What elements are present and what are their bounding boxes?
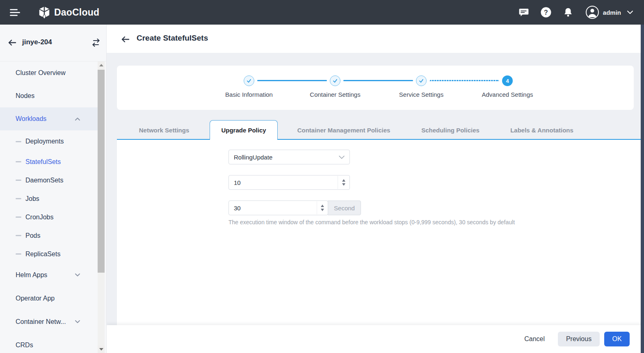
sidebar-item-jobs[interactable]: Jobs — [0, 189, 98, 208]
revision-history-limit-field — [228, 175, 350, 190]
sidebar-menu: Cluster Overview Nodes Workloads Deploym… — [0, 61, 98, 353]
number-stepper[interactable] — [338, 176, 349, 189]
footer-actions: Cancel Previous OK — [107, 325, 644, 353]
step-3-label: Service Settings — [399, 91, 443, 98]
sidebar-item-operator-app[interactable]: Operator App — [0, 287, 98, 310]
tab-scheduling-policies[interactable]: Scheduling Policies — [421, 120, 480, 140]
ok-button[interactable]: OK — [604, 332, 630, 346]
dash-icon — [16, 141, 21, 142]
graceful-time-window-field — [228, 200, 328, 215]
stepper-up-icon[interactable] — [342, 179, 345, 182]
switch-cluster-icon[interactable] — [91, 38, 101, 49]
sidebar: jinye-204 Cluster Overview Nodes Workloa… — [0, 25, 107, 353]
sidebar-item-pods[interactable]: Pods — [0, 226, 98, 245]
sidebar-item-replicasets[interactable]: ReplicaSets — [0, 245, 98, 263]
scrollbar-thumb[interactable] — [98, 70, 105, 273]
stepper-up-icon[interactable] — [321, 205, 324, 207]
step-connector-3-dotted — [429, 80, 499, 81]
tab-labels-annotations[interactable]: Labels & Annotations — [510, 120, 573, 140]
sidebar-header: jinye-204 — [0, 25, 106, 61]
previous-button[interactable]: Previous — [558, 332, 600, 346]
tab-upgrade-policy[interactable]: Upgrade Policy — [210, 120, 278, 140]
daocloud-cube-icon — [38, 6, 51, 19]
sidebar-item-daemonsets[interactable]: DaemonSets — [0, 171, 98, 189]
sidebar-item-crds[interactable]: CRDs — [0, 333, 98, 353]
chevron-down-icon — [75, 319, 80, 324]
messages-icon[interactable] — [518, 6, 530, 18]
upgrade-policy-panel: Upgrade Mode RollingUpdate Revision Hist… — [117, 140, 641, 325]
upgrade-mode-value: RollingUpdate — [234, 154, 272, 161]
sidebar-scrollbar[interactable] — [98, 61, 105, 353]
avatar[interactable] — [586, 6, 599, 19]
user-menu-chevron-down-icon[interactable] — [627, 10, 633, 15]
sidebar-item-container-network[interactable]: Container Netw... — [0, 310, 98, 333]
graceful-time-window-input[interactable] — [229, 201, 328, 215]
tab-network-settings[interactable]: Network Settings — [139, 120, 190, 140]
topbar: DaoCloud ? adm — [0, 0, 644, 25]
stepper-down-icon[interactable] — [342, 183, 345, 186]
cluster-back-arrow-icon[interactable] — [7, 38, 16, 49]
select-chevron-down-icon — [339, 155, 345, 159]
step-1-label: Basic Information — [225, 91, 273, 98]
step-1-check-icon — [244, 75, 254, 86]
step-2-label: Container Settings — [310, 91, 360, 98]
page-scrollbar-strip[interactable] — [641, 25, 644, 353]
sidebar-item-nodes[interactable]: Nodes — [0, 84, 98, 107]
chevron-down-icon — [75, 273, 80, 277]
upgrade-mode-select[interactable]: RollingUpdate — [228, 150, 350, 164]
step-connector-1 — [257, 80, 327, 81]
dash-icon — [16, 216, 21, 218]
page-back-arrow-icon[interactable] — [121, 35, 130, 46]
brand-name: DaoCloud — [54, 7, 99, 18]
dash-icon — [16, 198, 21, 199]
brand-logo: DaoCloud — [38, 6, 99, 19]
step-3-check-icon — [416, 75, 427, 86]
sidebar-item-statefulsets[interactable]: StatefulSets — [0, 153, 98, 171]
dash-icon — [16, 180, 21, 181]
menu-toggle-icon[interactable] — [10, 7, 21, 18]
help-icon[interactable]: ? — [540, 6, 552, 18]
step-4-number-badge: 4 — [502, 75, 513, 86]
stepper: 4 Basic Information Container Settings S… — [117, 66, 634, 110]
username-label: admin — [603, 9, 621, 16]
page-title: Create StatefulSets — [137, 34, 208, 43]
graceful-time-window-help: The execution time window of the command… — [228, 219, 515, 225]
svg-text:?: ? — [544, 9, 548, 16]
chevron-up-icon — [75, 117, 80, 121]
number-stepper[interactable] — [317, 201, 327, 214]
step-4-label: Advanced Settings — [482, 91, 533, 98]
sidebar-item-deployments[interactable]: Deployments — [0, 130, 98, 153]
page-header: Create StatefulSets — [107, 25, 644, 53]
sidebar-item-cluster-overview[interactable]: Cluster Overview — [0, 61, 98, 84]
cancel-button[interactable]: Cancel — [524, 335, 545, 343]
unit-addon: Second — [328, 200, 361, 215]
sidebar-item-helm-apps[interactable]: Helm Apps — [0, 263, 98, 287]
scrollbar-up-arrow[interactable] — [98, 61, 105, 69]
cluster-name: jinye-204 — [22, 38, 52, 46]
dash-icon — [16, 253, 21, 255]
stepper-down-icon[interactable] — [321, 209, 324, 211]
sidebar-item-workloads[interactable]: Workloads — [0, 107, 98, 130]
dash-icon — [16, 161, 21, 162]
notifications-bell-icon[interactable] — [562, 6, 574, 18]
revision-history-limit-input[interactable] — [229, 175, 349, 189]
sidebar-item-cronjobs[interactable]: CronJobs — [0, 208, 98, 226]
step-2-check-icon — [330, 75, 340, 86]
dash-icon — [16, 235, 21, 236]
main-content: Create StatefulSets 4 Basic Information … — [107, 25, 644, 353]
scrollbar-down-arrow[interactable] — [98, 346, 105, 353]
step-connector-2 — [343, 80, 413, 81]
tab-container-management-policies[interactable]: Container Management Policies — [297, 120, 391, 140]
